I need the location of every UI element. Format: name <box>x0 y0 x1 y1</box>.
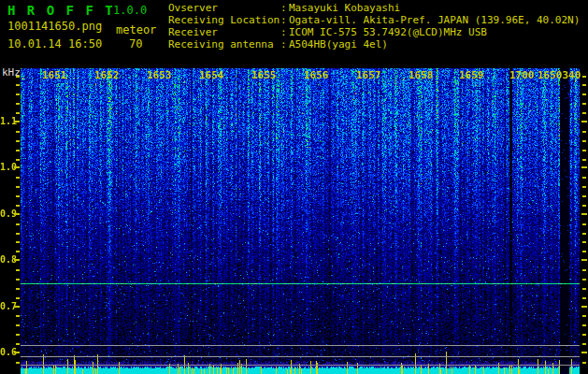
output-filename: 1001141650.png <box>7 20 102 33</box>
info-row-observer: Ovserver : Masayuki Kobayashi <box>168 2 580 14</box>
y-axis-unit-label: kHz <box>2 66 21 79</box>
freq-minor-tick <box>16 140 20 142</box>
freq-minor-tick <box>16 223 20 225</box>
freq-minor-tick <box>16 186 20 188</box>
info-label: Ovserver <box>168 2 280 14</box>
freq-minor-tick <box>16 112 20 114</box>
freq-major-tick <box>14 259 20 261</box>
info-label: Receiving antenna <box>168 38 280 50</box>
freq-minor-tick <box>582 279 586 280</box>
info-label: Receiving Location <box>168 14 280 26</box>
freq-minor-tick <box>16 279 20 280</box>
freq-major-tick <box>581 259 587 261</box>
spectrogram-canvas <box>21 68 580 374</box>
freq-minor-tick <box>16 150 20 151</box>
freq-minor-tick <box>582 112 586 114</box>
freq-minor-tick <box>16 315 20 317</box>
freq-minor-tick <box>582 177 586 179</box>
freq-label: 0.6 <box>0 347 16 358</box>
freq-minor-tick <box>582 269 586 271</box>
info-value: Masayuki Kobayashi <box>289 2 580 14</box>
freq-minor-tick <box>16 288 20 290</box>
freq-label: 0.9 <box>0 209 16 220</box>
freq-major-tick <box>14 352 20 353</box>
info-colon: : <box>280 14 289 26</box>
info-colon: : <box>280 2 289 14</box>
freq-minor-tick <box>582 343 586 345</box>
info-label: Receiver <box>168 26 280 38</box>
freq-major-tick <box>581 121 587 122</box>
freq-minor-tick <box>16 159 20 161</box>
freq-minor-tick <box>582 195 586 197</box>
info-row-receiver: Receiver : ICOM IC-575 53.7492(@LCD)MHz … <box>168 26 580 38</box>
info-value: A504HB(yagi 4el) <box>289 38 580 50</box>
freq-minor-tick <box>16 241 20 243</box>
observation-datetime: 10.01.14 16:50 <box>7 37 102 50</box>
app-version: 1.0.0 <box>113 4 147 17</box>
freq-minor-tick <box>582 205 586 207</box>
freq-major-tick <box>14 121 20 122</box>
freq-minor-tick <box>582 241 586 243</box>
freq-minor-tick <box>582 131 586 133</box>
freq-major-tick <box>581 306 587 308</box>
info-value: Ogata-vill. Akita-Pref. JAPAN (139.96E, … <box>289 14 580 26</box>
freq-minor-tick <box>582 334 586 336</box>
station-info: Ovserver : Masayuki Kobayashi Receiving … <box>168 2 580 50</box>
freq-minor-tick <box>582 251 586 252</box>
echo-count: 70 <box>129 37 142 50</box>
freq-major-tick <box>581 352 587 353</box>
freq-minor-tick <box>582 76 586 78</box>
freq-minor-tick <box>16 334 20 336</box>
freq-minor-tick <box>16 94 20 95</box>
freq-minor-tick <box>16 251 20 252</box>
freq-minor-tick <box>16 362 20 364</box>
freq-major-tick <box>581 213 587 215</box>
freq-minor-tick <box>582 140 586 142</box>
freq-minor-tick <box>582 94 586 95</box>
info-row-location: Receiving Location : Ogata-vill. Akita-P… <box>168 14 580 26</box>
hrofft-window: H R O F F T 1.0.0 1001141650.png meteor … <box>0 0 588 374</box>
freq-label: 0.7 <box>0 301 16 312</box>
freq-minor-tick <box>582 150 586 151</box>
freq-minor-tick <box>582 223 586 225</box>
freq-minor-tick <box>16 103 20 105</box>
freq-minor-tick <box>582 186 586 188</box>
freq-major-tick <box>14 213 20 215</box>
freq-minor-tick <box>582 103 586 105</box>
freq-minor-tick <box>582 324 586 326</box>
freq-minor-tick <box>582 362 586 364</box>
app-title: H R O F F T <box>7 3 115 18</box>
freq-minor-tick <box>582 288 586 290</box>
info-colon: : <box>280 26 289 38</box>
freq-minor-tick <box>16 269 20 271</box>
freq-major-tick <box>14 306 20 308</box>
freq-minor-tick <box>16 343 20 345</box>
freq-minor-tick <box>16 131 20 133</box>
freq-minor-tick <box>16 205 20 207</box>
freq-minor-tick <box>16 84 20 86</box>
info-value: ICOM IC-575 53.7492(@LCD)MHz USB <box>289 26 580 38</box>
info-colon: : <box>280 38 289 50</box>
freq-minor-tick <box>16 324 20 326</box>
freq-label: 0.8 <box>0 254 16 266</box>
freq-minor-tick <box>16 233 20 235</box>
freq-minor-tick <box>582 297 586 299</box>
freq-major-tick <box>581 166 587 168</box>
freq-minor-tick <box>16 195 20 197</box>
freq-minor-tick <box>582 84 586 86</box>
info-row-antenna: Receiving antenna : A504HB(yagi 4el) <box>168 38 580 50</box>
observation-mode: meteor <box>116 23 156 36</box>
freq-minor-tick <box>582 233 586 235</box>
freq-minor-tick <box>582 315 586 317</box>
freq-label: 1.0 <box>0 162 16 173</box>
freq-minor-tick <box>582 159 586 161</box>
freq-minor-tick <box>16 177 20 179</box>
freq-label: 1.1 <box>0 116 16 127</box>
freq-major-tick <box>14 166 20 168</box>
freq-minor-tick <box>16 297 20 299</box>
